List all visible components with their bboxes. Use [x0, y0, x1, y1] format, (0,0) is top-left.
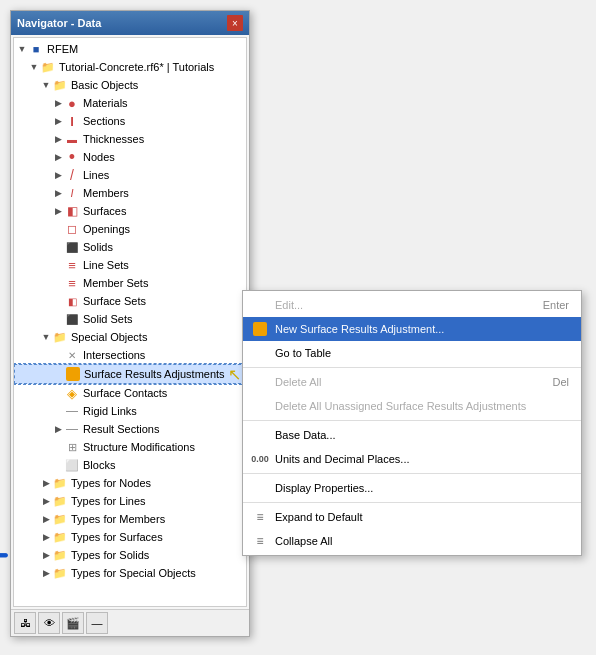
ctx-item-display-props[interactable]: Display Properties... — [243, 476, 581, 500]
tree-item-basic-objects[interactable]: Basic Objects — [14, 76, 246, 94]
edit-icon — [251, 296, 269, 314]
toolbar-btn-navigator[interactable]: 🖧 — [14, 612, 36, 634]
collapse-all-label: Collapse All — [275, 535, 332, 547]
toolbar-btn-separator[interactable]: — — [86, 612, 108, 634]
tree-item-solidsets[interactable]: ⬛ Solid Sets — [14, 310, 246, 328]
tree-item-types-members[interactable]: 📁 Types for Members — [14, 510, 246, 528]
ctx-separator-1 — [243, 367, 581, 368]
tree-item-lines[interactable]: / Lines — [14, 166, 246, 184]
line-icon: / — [64, 167, 80, 183]
tree-item-resultsections[interactable]: — Result Sections — [14, 420, 246, 438]
tree-item-solids[interactable]: ⬛ Solids — [14, 238, 246, 256]
member-icon: I — [64, 185, 80, 201]
tree-item-openings[interactable]: ◻ Openings — [14, 220, 246, 238]
expander-rfem — [16, 43, 28, 55]
tree-item-members[interactable]: I Members — [14, 184, 246, 202]
folder-icon-basic — [52, 77, 68, 93]
surfcontact-icon: ◈ — [64, 385, 80, 401]
types-surfaces-icon: 📁 — [52, 529, 68, 545]
surfresults-label: Surface Results Adjustments — [84, 368, 225, 380]
membersets-label: Member Sets — [83, 277, 148, 289]
tree-item-surfcontacts[interactable]: ◈ Surface Contacts — [14, 384, 246, 402]
expander-types-special — [40, 567, 52, 579]
ctx-item-units[interactable]: 0.00 Units and Decimal Places... — [243, 447, 581, 471]
types-members-icon: 📁 — [52, 511, 68, 527]
folder-icon-tutorial — [40, 59, 56, 75]
tree-item-sections[interactable]: I Sections — [14, 112, 246, 130]
tree-item-rigidlinks[interactable]: — Rigid Links — [14, 402, 246, 420]
close-button[interactable]: × — [227, 15, 243, 31]
expander-materials — [52, 97, 64, 109]
ctx-item-delete-all[interactable]: Delete All Del — [243, 370, 581, 394]
lines-label: Lines — [83, 169, 109, 181]
thickness-icon: ▬ — [64, 131, 80, 147]
expander-structmod — [52, 441, 64, 453]
opening-icon: ◻ — [64, 221, 80, 237]
ctx-item-collapse-all[interactable]: ≡ Collapse All — [243, 529, 581, 553]
tree-item-intersections[interactable]: ✕ Intersections — [14, 346, 246, 364]
tree-item-surfaces[interactable]: ◧ Surfaces — [14, 202, 246, 220]
tree-item-types-lines[interactable]: 📁 Types for Lines — [14, 492, 246, 510]
memberset-icon: ≡ — [64, 275, 80, 291]
ctx-item-new-surface[interactable]: New Surface Results Adjustment... — [243, 317, 581, 341]
tree-item-surfacesets[interactable]: ◧ Surface Sets — [14, 292, 246, 310]
base-data-label: Base Data... — [275, 429, 336, 441]
expander-surfcontacts — [52, 387, 64, 399]
expander-members — [52, 187, 64, 199]
tree-item-nodes[interactable]: • Nodes — [14, 148, 246, 166]
ctx-item-goto-table[interactable]: Go to Table — [243, 341, 581, 365]
openings-label: Openings — [83, 223, 130, 235]
tree-item-types-solids[interactable]: 📁 Types for Solids — [14, 546, 246, 564]
surfcontacts-label: Surface Contacts — [83, 387, 167, 399]
tree-item-types-nodes[interactable]: 📁 Types for Nodes — [14, 474, 246, 492]
tree-item-special-objects[interactable]: Special Objects — [14, 328, 246, 346]
ctx-item-expand-default[interactable]: ≡ Expand to Default — [243, 505, 581, 529]
rfem-label: RFEM — [47, 43, 78, 55]
expander-basic — [40, 79, 52, 91]
base-data-icon — [251, 426, 269, 444]
toolbar-btn-visibility[interactable]: 👁 — [38, 612, 60, 634]
tree-item-types-special[interactable]: 📁 Types for Special Objects — [14, 564, 246, 582]
rigidlinks-label: Rigid Links — [83, 405, 137, 417]
edit-shortcut: Enter — [543, 299, 569, 311]
display-props-icon — [251, 479, 269, 497]
tree-item-materials[interactable]: ● Materials — [14, 94, 246, 112]
folder-icon-special — [52, 329, 68, 345]
ctx-item-base-data[interactable]: Base Data... — [243, 423, 581, 447]
nodes-label: Nodes — [83, 151, 115, 163]
surfresult-icon — [65, 366, 81, 382]
types-nodes-label: Types for Nodes — [71, 477, 151, 489]
tree-item-rfem[interactable]: ■ RFEM — [14, 40, 246, 58]
expander-surfresults — [53, 368, 65, 380]
goto-table-icon — [251, 344, 269, 362]
ctx-item-edit[interactable]: Edit... Enter — [243, 293, 581, 317]
expander-sections — [52, 115, 64, 127]
surfacesets-label: Surface Sets — [83, 295, 146, 307]
expander-openings — [52, 223, 64, 235]
expander-thicknesses — [52, 133, 64, 145]
expander-linesets — [52, 259, 64, 271]
tree-item-structmod[interactable]: ⊞ Structure Modifications — [14, 438, 246, 456]
tree-item-blocks[interactable]: ⬜ Blocks — [14, 456, 246, 474]
delete-unassigned-label: Delete All Unassigned Surface Results Ad… — [275, 400, 526, 412]
toolbar-btn-render[interactable]: 🎬 — [62, 612, 84, 634]
tree-item-linesets[interactable]: ≡ Line Sets — [14, 256, 246, 274]
cursor-indicator: ↖ — [228, 365, 241, 384]
expander-lines — [52, 169, 64, 181]
expander-solidsets — [52, 313, 64, 325]
materials-label: Materials — [83, 97, 128, 109]
sections-label: Sections — [83, 115, 125, 127]
intersection-icon: ✕ — [64, 347, 80, 363]
blue-arrow: ➜ — [0, 535, 10, 577]
navigator-window: Navigator - Data × ■ RFEM Tutorial-Concr… — [10, 10, 250, 637]
units-icon: 0.00 — [251, 450, 269, 468]
tree-item-types-surfaces[interactable]: 📁 Types for Surfaces — [14, 528, 246, 546]
tree-item-thicknesses[interactable]: ▬ Thicknesses — [14, 130, 246, 148]
ctx-item-delete-unassigned[interactable]: Delete All Unassigned Surface Results Ad… — [243, 394, 581, 418]
tree-item-membersets[interactable]: ≡ Member Sets — [14, 274, 246, 292]
tree-item-surfresults[interactable]: Surface Results Adjustments ↖ — [14, 364, 246, 384]
solids-label: Solids — [83, 241, 113, 253]
lineset-icon: ≡ — [64, 257, 80, 273]
tree-item-tutorial[interactable]: Tutorial-Concrete.rf6* | Tutorials — [14, 58, 246, 76]
delete-all-shortcut: Del — [552, 376, 569, 388]
